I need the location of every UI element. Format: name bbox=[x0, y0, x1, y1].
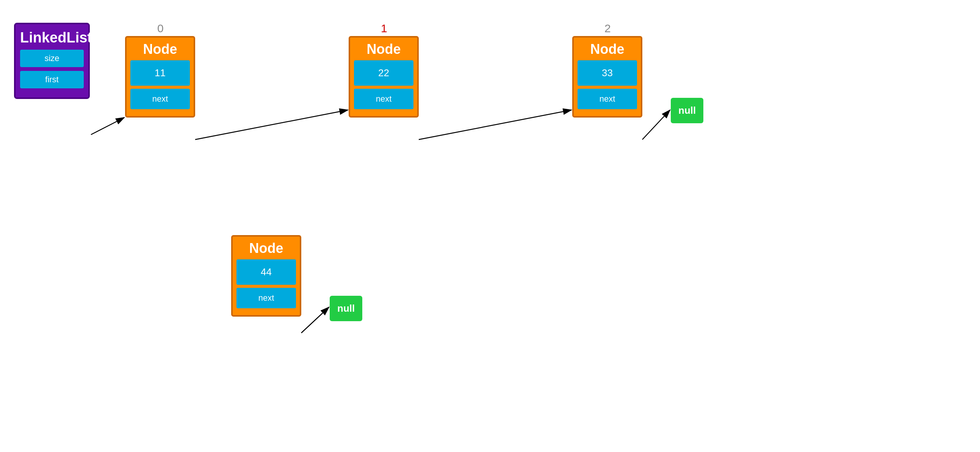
node-1-next: next bbox=[354, 89, 414, 109]
node-bottom-value: 44 bbox=[237, 259, 296, 285]
node-2-next: next bbox=[578, 89, 637, 109]
node-2: Node 33 next bbox=[572, 36, 642, 118]
node-1-title: Node bbox=[354, 42, 414, 57]
node-0-value: 11 bbox=[130, 60, 190, 86]
index-0: 0 bbox=[157, 22, 164, 35]
index-1: 1 bbox=[381, 22, 387, 35]
node-0: Node 11 next bbox=[125, 36, 195, 118]
node-bottom: Node 44 next bbox=[231, 235, 301, 316]
index-2: 2 bbox=[605, 22, 611, 35]
null-top: null bbox=[671, 98, 703, 123]
node-1-value: 22 bbox=[354, 60, 414, 86]
node-2-value: 33 bbox=[578, 60, 637, 86]
node-0-title: Node bbox=[130, 42, 190, 57]
node-1: Node 22 next bbox=[348, 36, 419, 118]
svg-line-3 bbox=[419, 110, 571, 139]
node-0-next: next bbox=[130, 89, 190, 109]
linked-list-container: LinkedList size first bbox=[14, 23, 90, 99]
svg-line-5 bbox=[301, 307, 329, 333]
first-field: first bbox=[20, 71, 84, 88]
svg-line-4 bbox=[642, 110, 670, 139]
node-2-title: Node bbox=[578, 42, 637, 57]
size-field: size bbox=[20, 50, 84, 67]
node-bottom-next: next bbox=[237, 288, 296, 308]
node-bottom-title: Node bbox=[237, 240, 296, 256]
svg-line-2 bbox=[195, 110, 348, 139]
null-bottom: null bbox=[330, 296, 362, 321]
linked-list-title: LinkedList bbox=[20, 30, 84, 46]
svg-line-1 bbox=[91, 118, 124, 135]
